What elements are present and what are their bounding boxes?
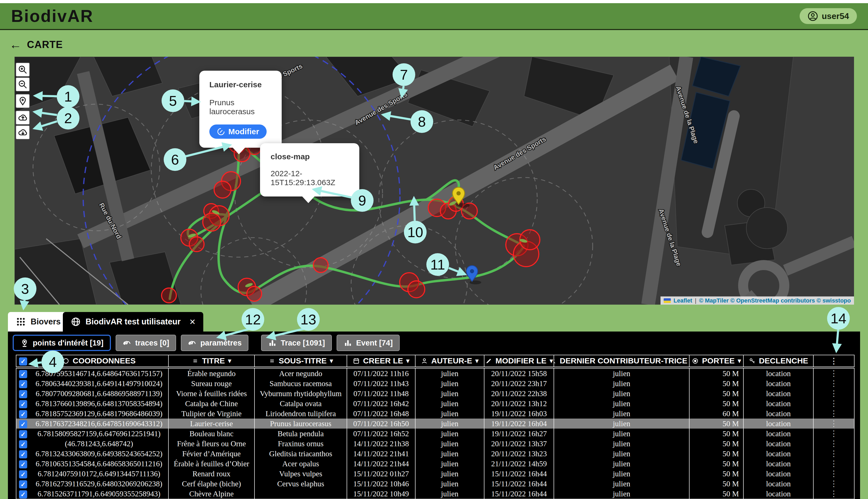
cell-sous-titre: Vulpes vulpes [254,469,347,479]
col-creer-le[interactable]: CREER LE▾ [347,355,415,367]
row-menu-icon[interactable]: ⋮ [813,449,854,459]
row-menu-icon[interactable]: ⋮ [813,409,854,418]
table-row[interactable]: ✓ 6.78158095827159,6.64769612251941) Bou… [16,429,854,439]
col-sous-titre[interactable]: SOUS-TITRE▾ [254,355,347,367]
row-checkbox[interactable]: ✓ [19,460,27,468]
row-checkbox[interactable]: ✓ [19,440,27,448]
annotation-circle-2: 2 [57,107,80,130]
row-menu-icon[interactable]: ⋮ [813,459,854,469]
cell-portee: 50 M [689,418,744,429]
user-menu[interactable]: user54 [800,8,857,24]
leaflet-link[interactable]: Leaflet [674,297,692,304]
table-row[interactable]: ✓ 6.78075953146714,6.648647636175157) Ér… [16,367,854,378]
row-menu-icon[interactable]: ⋮ [813,389,854,399]
row-checkbox[interactable]: ✓ [19,490,27,498]
row-checkbox[interactable]: ✓ [19,380,27,388]
page-title: CARTE [27,39,63,50]
cell-creer-le: 07/11/2022 11h43 [347,378,415,389]
table-row[interactable]: ✓ 6.78185752369129,6.648179686486039) Tu… [16,409,854,418]
cell-sous-titre: Liriodendron tulipifera [254,409,347,418]
user-name: user54 [822,11,849,21]
cell-coordonnees: 6.78176372348216,6.647851690643312) [30,418,168,429]
tab-biovers-label: Biovers [31,317,61,327]
equals-icon [192,357,199,365]
cell-portee: 50 M [689,449,744,459]
table-body: ✓ 6.78075953146714,6.648647636175157) Ér… [16,367,854,499]
row-menu-icon[interactable]: ⋮ [813,489,854,499]
cell-contributeur: julien [554,418,689,429]
row-checkbox[interactable]: ✓ [19,470,27,478]
table-row[interactable]: ✓ 6.78176372348216,6.647851690643312) La… [16,418,854,429]
poi-popup-subtitle: Prunus laurocerasus [209,98,272,116]
person-icon [421,357,428,365]
row-menu-icon[interactable]: ⋮ [813,378,854,389]
col-portee[interactable]: PORTEE▾ [689,355,744,367]
row-checkbox[interactable]: ✓ [19,370,27,378]
subtab-event-log[interactable]: Event [74] [336,335,400,351]
cloud-upload-button[interactable] [15,110,30,125]
zoom-in-button[interactable] [15,62,30,77]
table-row[interactable]: ✓ 6.7815263711791,6.649059355258943) Chè… [16,489,854,499]
cloud-download-button[interactable] [15,125,30,139]
subtab-traces[interactable]: traces [0] [116,335,176,351]
cell-declenche: location [744,449,813,459]
row-menu-icon[interactable]: ⋮ [813,439,854,449]
subtab-points-interet[interactable]: points d'intérêt [19] [13,335,111,351]
table-row[interactable]: ✓ 6.78124075910172,6.64913445711136) Ren… [16,469,854,479]
row-menu-icon[interactable]: ⋮ [813,429,854,439]
table-row[interactable]: ✓ 6.78063440239381,6.649141497910024) Su… [16,378,854,389]
back-button[interactable]: ← [10,37,22,52]
col-auteur[interactable]: AUTEUR-E▾ [415,355,484,367]
table-row[interactable]: ✓ 6.78137660139896,6.648137058354894) Ca… [16,399,854,409]
col-modifier-le[interactable]: MODIFIER LE▾ [484,355,554,367]
table-row[interactable]: ✓ 6.78162739116529,6.648032069206238) Ce… [16,479,854,489]
row-menu-icon[interactable]: ⋮ [813,479,854,489]
column-menu-icon[interactable]: ⋮ [813,355,854,367]
table-row[interactable]: ✓ 6.78132433063809,6.649385243654252) Fé… [16,449,854,459]
modify-button[interactable]: Modifier [209,124,266,139]
cell-titre: Renard roux [168,469,254,479]
row-checkbox[interactable]: ✓ [19,450,27,458]
row-menu-icon[interactable]: ⋮ [813,469,854,479]
row-menu-icon[interactable]: ⋮ [813,367,854,378]
row-checkbox[interactable]: ✓ [19,430,27,438]
grid-icon [16,317,26,327]
zoom-out-button[interactable] [15,77,30,92]
col-declenche[interactable]: DECLENCHE [744,355,813,367]
squiggle-icon [122,338,131,348]
tab-biovers[interactable]: Biovers [8,312,69,331]
row-checkbox[interactable]: ✓ [19,480,27,488]
tab-workspace[interactable]: BiodivAR test utilisateur × [63,312,203,331]
cell-auteur: julien [415,399,484,409]
close-tab-icon[interactable]: × [190,316,195,328]
cell-declenche: location [744,479,813,489]
row-checkbox[interactable]: ✓ [19,390,27,398]
subtab-trace-log[interactable]: Trace [1091] [261,335,332,351]
add-poi-button[interactable] [15,94,30,108]
cell-coordonnees: 6.78185752369129,6.648179686486039) [30,409,168,418]
cell-declenche: location [744,399,813,409]
table-row[interactable]: ✓ (46.781243,6.648742) Frêne à fleurs ou… [16,439,854,449]
row-checkbox[interactable]: ✓ [19,400,27,408]
cell-portee: 50 M [689,489,744,499]
col-titre[interactable]: TITRE▾ [168,355,254,367]
row-checkbox[interactable]: ✓ [19,420,27,428]
subtab-parametres[interactable]: paramètres [181,335,248,351]
annotation-circle-8: 8 [411,110,433,133]
row-menu-icon[interactable]: ⋮ [813,418,854,429]
subtab-bar: points d'intérêt [19] traces [0] paramèt… [13,335,400,351]
table-row[interactable]: ✓ 6.78077009280681,6.648869588971139) Vi… [16,389,854,399]
cell-sous-titre: Gleditsia triacanthos [254,449,347,459]
cell-declenche: location [744,367,813,378]
row-menu-icon[interactable]: ⋮ [813,399,854,409]
table-row[interactable]: ✓ 6.78106351354584,6.648658365011216) Ér… [16,459,854,469]
tile-credits-links[interactable]: © MapTiler © OpenStreetMap contributors … [699,297,851,304]
cell-creer-le: 15/11/2022 10h46 [347,479,415,489]
col-dernier-contributeur[interactable]: DERNIER CONTRIBUTEUR-TRICE▾ [554,355,689,367]
cell-auteur: julien [415,469,484,479]
select-all-checkbox[interactable]: ✓ [19,357,27,366]
cell-modifier-le: 19/11/2022 16h27 [484,429,554,439]
row-checkbox[interactable]: ✓ [19,410,27,418]
bar-chart-icon [268,338,277,348]
cell-creer-le: 07/11/2022 11h48 [347,389,415,399]
